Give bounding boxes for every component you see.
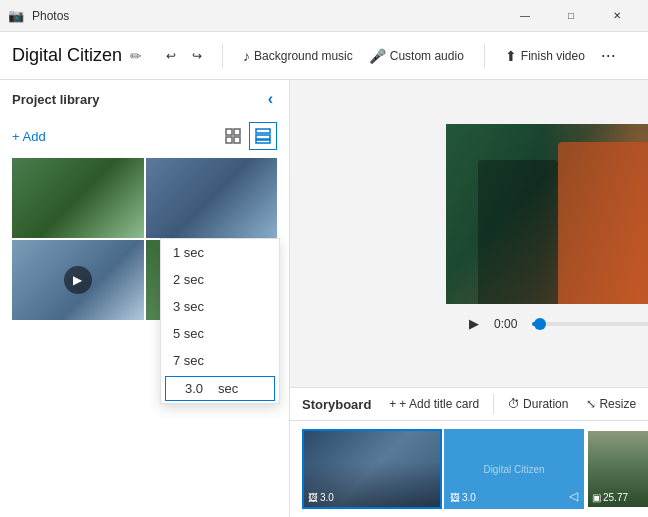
sidebar-toolbar: + Add	[0, 118, 289, 158]
collapse-sidebar-button[interactable]: ‹	[264, 88, 277, 110]
play-overlay-icon: ▶	[64, 266, 92, 294]
current-time: 0:00	[494, 317, 524, 331]
video-preview-area: ▶ 0:00 1:18 ⤢	[290, 80, 648, 387]
custom-audio-button[interactable]: 🎤 Custom audio	[361, 44, 472, 68]
grid-view-button[interactable]	[219, 122, 247, 150]
duration-custom-input-row: sec	[165, 376, 275, 401]
add-media-button[interactable]: + Add	[12, 129, 46, 144]
progress-handle[interactable]	[534, 318, 546, 330]
storyboard-item-3[interactable]: ▣ 25.77 🔊	[586, 429, 648, 509]
story-item-2-badge: 🖼 3.0	[450, 492, 476, 503]
svg-rect-1	[234, 129, 240, 135]
sidebar-title: Project library	[12, 92, 99, 107]
list-view-button[interactable]	[249, 122, 277, 150]
progress-bar[interactable]	[532, 322, 648, 326]
main-toolbar: Digital Citizen ✏ ↩ ↪ ♪ Background music…	[0, 32, 648, 80]
music-icon: ♪	[243, 48, 250, 64]
story-item-3-duration: 25.77	[603, 492, 628, 503]
storyboard-sep1	[493, 394, 494, 414]
storyboard-title: Storyboard	[302, 397, 371, 412]
edit-title-icon[interactable]: ✏	[130, 48, 142, 64]
duration-button[interactable]: ⏱ Duration	[500, 394, 576, 414]
story-item-2-duration: 3.0	[462, 492, 476, 503]
media-item[interactable]: ▶	[12, 240, 144, 320]
media-item[interactable]	[12, 158, 144, 238]
finish-video-label: Finish video	[521, 49, 585, 63]
svg-rect-6	[256, 140, 270, 143]
undo-icon: ↩	[166, 49, 176, 63]
story-item-1-badge: 🖼 3.0	[308, 492, 334, 503]
video-frame	[446, 124, 648, 304]
duration-option-1sec[interactable]: 1 sec	[161, 239, 279, 266]
svg-rect-5	[256, 135, 270, 139]
play-button[interactable]: ▶	[462, 312, 486, 336]
duration-option-2sec[interactable]: 2 sec	[161, 266, 279, 293]
duration-option-3sec[interactable]: 3 sec	[161, 293, 279, 320]
duration-unit: sec	[218, 381, 238, 396]
media-item[interactable]	[146, 158, 278, 238]
storyboard-toolbar: Storyboard + + Add title card ⏱ Duration…	[290, 388, 648, 421]
window-controls: — □ ✕	[502, 0, 640, 32]
undo-button[interactable]: ↩	[158, 45, 184, 67]
resize-icon: ⤡	[586, 397, 596, 411]
background-music-label: Background music	[254, 49, 353, 63]
content-area: ▶ 0:00 1:18 ⤢ Storyboard	[290, 80, 648, 517]
duration-dropdown[interactable]: 1 sec 2 sec 3 sec 5 sec 7 sec sec	[160, 238, 280, 404]
play-icon: ▶	[469, 316, 479, 331]
minimize-button[interactable]: —	[502, 0, 548, 32]
sidebar-header-controls: ‹	[264, 88, 277, 110]
list-icon	[255, 128, 271, 144]
finish-video-button[interactable]: ⬆ Finish video	[497, 44, 593, 68]
sidebar-header: Project library ‹	[0, 80, 289, 118]
storyboard-item-2[interactable]: Digital Citizen 🖼 3.0 ◁	[444, 429, 584, 509]
duration-option-7sec[interactable]: 7 sec	[161, 347, 279, 374]
svg-rect-3	[234, 137, 240, 143]
redo-icon: ↪	[192, 49, 202, 63]
toolbar-separator2	[484, 44, 485, 68]
svg-rect-4	[256, 129, 270, 133]
app-title: Photos	[32, 9, 502, 23]
redo-button[interactable]: ↪	[184, 45, 210, 67]
maximize-button[interactable]: □	[548, 0, 594, 32]
finish-icon: ⬆	[505, 48, 517, 64]
storyboard: Storyboard + + Add title card ⏱ Duration…	[290, 387, 648, 517]
close-button[interactable]: ✕	[594, 0, 640, 32]
image-icon: 🖼	[308, 492, 318, 503]
story-item-1-duration: 3.0	[320, 492, 334, 503]
add-icon: +	[389, 397, 396, 411]
svg-rect-2	[226, 137, 232, 143]
toolbar-separator	[222, 44, 223, 68]
more-options-button[interactable]: ···	[593, 41, 624, 70]
video-icon3: ▣	[592, 492, 601, 503]
app-icon: 📷	[8, 8, 24, 24]
resize-button[interactable]: ⤡ Resize	[578, 394, 644, 414]
custom-audio-label: Custom audio	[390, 49, 464, 63]
story-item-2-text: Digital Citizen	[483, 464, 544, 475]
view-toggle	[219, 122, 277, 150]
video-thumbnail	[446, 124, 648, 304]
duration-custom-input[interactable]	[174, 381, 214, 396]
storyboard-item-1[interactable]: 🖼 3.0	[302, 429, 442, 509]
playback-controls: ▶ 0:00 1:18 ⤢	[446, 304, 648, 344]
image-icon2: 🖼	[450, 492, 460, 503]
titlebar: 📷 Photos — □ ✕	[0, 0, 648, 32]
audio-icon: 🎤	[369, 48, 386, 64]
sidebar: Project library ‹ + Add	[0, 80, 290, 517]
svg-rect-0	[226, 129, 232, 135]
duration-icon: ⏱	[508, 397, 520, 411]
add-title-card-button[interactable]: + + Add title card	[381, 394, 487, 414]
story-item-2-arrow: ◁	[569, 489, 578, 503]
background-music-button[interactable]: ♪ Background music	[235, 44, 361, 68]
duration-option-5sec[interactable]: 5 sec	[161, 320, 279, 347]
storyboard-items: 🖼 3.0 Digital Citizen 🖼 3.0 ◁	[290, 421, 648, 517]
story-item-3-badge: ▣ 25.77	[592, 492, 628, 503]
project-title: Digital Citizen	[12, 45, 122, 66]
grid-icon	[225, 128, 241, 144]
